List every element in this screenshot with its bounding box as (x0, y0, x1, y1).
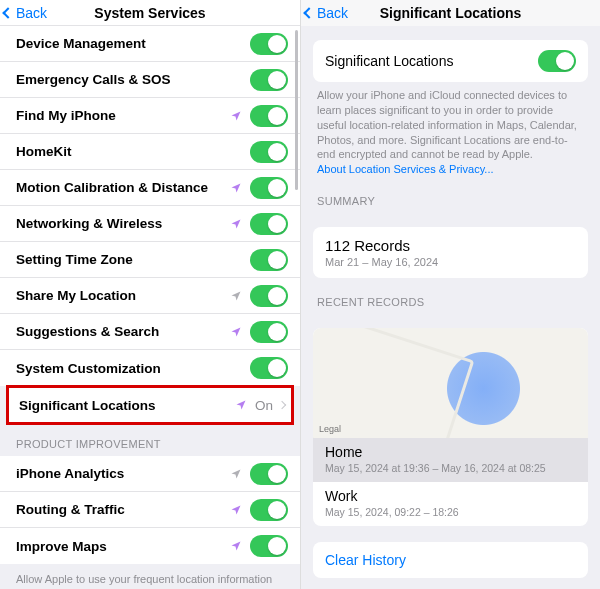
services-group: Device ManagementEmergency Calls & SOSFi… (0, 26, 300, 386)
chevron-left-icon (2, 7, 13, 18)
toggle[interactable] (250, 285, 288, 307)
service-row: Setting Time Zone (0, 242, 300, 278)
navbar-left: Back System Services (0, 0, 300, 26)
service-row: Networking & Wireless (0, 206, 300, 242)
map-preview[interactable]: Legal (313, 328, 588, 438)
summary-range: Mar 21 – May 16, 2024 (325, 254, 576, 268)
chevron-right-icon (278, 401, 286, 409)
service-row: Emergency Calls & SOS (0, 62, 300, 98)
scrollbar[interactable] (295, 30, 298, 190)
record-row[interactable]: HomeMay 15, 2024 at 19:36 – May 16, 2024… (313, 438, 588, 482)
summary-value: 112 Records (325, 237, 576, 254)
location-icon (230, 326, 242, 338)
location-icon (230, 182, 242, 194)
back-label: Back (16, 5, 47, 21)
service-row: Routing & Traffic (0, 492, 300, 528)
toggle[interactable] (250, 463, 288, 485)
recent-section: Legal HomeMay 15, 2024 at 19:36 – May 16… (313, 328, 588, 526)
toggle[interactable] (250, 499, 288, 521)
summary-cell: 112 Records Mar 21 – May 16, 2024 (313, 227, 588, 278)
row-label: Routing & Traffic (16, 502, 230, 517)
footnote-text: Allow Apple to use your frequent locatio… (16, 573, 272, 589)
improve-maps-footnote: Allow Apple to use your frequent locatio… (0, 564, 300, 589)
toggle[interactable] (250, 357, 288, 379)
service-row: Motion Calibration & Distance (0, 170, 300, 206)
left-scroll[interactable]: Device ManagementEmergency Calls & SOSFi… (0, 26, 300, 589)
service-row: Find My iPhone (0, 98, 300, 134)
service-row: HomeKit (0, 134, 300, 170)
row-label: Find My iPhone (16, 108, 230, 123)
summary-header: SUMMARY (301, 177, 600, 213)
row-label: Device Management (16, 36, 250, 51)
significant-locations-toggle[interactable] (538, 50, 576, 72)
toggle-label: Significant Locations (325, 53, 538, 69)
back-button[interactable]: Back (0, 5, 47, 21)
service-row: Suggestions & Search (0, 314, 300, 350)
navbar-right: Back Significant Locations (301, 0, 600, 26)
back-button[interactable]: Back (301, 5, 348, 21)
row-label: Setting Time Zone (16, 252, 250, 267)
toggle[interactable] (250, 69, 288, 91)
record-subtitle: May 15, 2024, 09:22 – 18:26 (325, 504, 576, 518)
location-icon (230, 290, 242, 302)
service-row: Improve Maps (0, 528, 300, 564)
significant-locations-row[interactable]: Significant Locations On (9, 388, 291, 422)
clear-history-button[interactable]: Clear History (313, 542, 588, 578)
clear-history-label: Clear History (325, 552, 406, 568)
significant-locations-highlight: Significant Locations On (6, 385, 294, 425)
toggle-section: Significant Locations (313, 40, 588, 82)
location-icon (230, 468, 242, 480)
location-privacy-link[interactable]: About Location Services & Privacy... (317, 163, 494, 175)
toggle[interactable] (250, 105, 288, 127)
row-label: Share My Location (16, 288, 230, 303)
record-subtitle: May 15, 2024 at 19:36 – May 16, 2024 at … (325, 460, 576, 474)
row-label: HomeKit (16, 144, 250, 159)
row-label: Suggestions & Search (16, 324, 230, 339)
row-label: Significant Locations (19, 398, 235, 413)
row-value: On (255, 398, 273, 413)
service-row: Device Management (0, 26, 300, 62)
toggle[interactable] (250, 321, 288, 343)
toggle[interactable] (250, 33, 288, 55)
recent-header: RECENT RECORDS (301, 278, 600, 314)
records-list: HomeMay 15, 2024 at 19:36 – May 16, 2024… (313, 438, 588, 526)
toggle[interactable] (250, 141, 288, 163)
location-icon (230, 540, 242, 552)
toggle[interactable] (250, 535, 288, 557)
description-text: Allow your iPhone and iCloud connected d… (317, 89, 577, 160)
toggle[interactable] (250, 213, 288, 235)
significant-locations-pane: Back Significant Locations Significant L… (300, 0, 600, 589)
back-label: Back (317, 5, 348, 21)
section-header-improvement: PRODUCT IMPROVEMENT (0, 424, 300, 456)
toggle[interactable] (250, 249, 288, 271)
description: Allow your iPhone and iCloud connected d… (301, 82, 600, 177)
record-title: Work (325, 488, 576, 504)
service-row: iPhone Analytics (0, 456, 300, 492)
location-icon (230, 110, 242, 122)
row-label: Motion Calibration & Distance (16, 180, 230, 195)
location-icon (230, 504, 242, 516)
summary-section[interactable]: 112 Records Mar 21 – May 16, 2024 (313, 227, 588, 278)
service-row: Share My Location (0, 278, 300, 314)
significant-locations-toggle-row: Significant Locations (313, 40, 588, 82)
record-row[interactable]: WorkMay 15, 2024, 09:22 – 18:26 (313, 482, 588, 526)
row-label: Networking & Wireless (16, 216, 230, 231)
location-icon (230, 218, 242, 230)
chevron-left-icon (303, 7, 314, 18)
clear-section: Clear History (313, 542, 588, 578)
right-scroll[interactable]: Significant Locations Allow your iPhone … (301, 26, 600, 589)
row-label: iPhone Analytics (16, 466, 230, 481)
record-title: Home (325, 444, 576, 460)
service-row: System Customization (0, 350, 300, 386)
row-label: Improve Maps (16, 539, 230, 554)
system-services-pane: Back System Services Device ManagementEm… (0, 0, 300, 589)
improvement-group: iPhone AnalyticsRouting & TrafficImprove… (0, 456, 300, 564)
map-legal-link[interactable]: Legal (319, 424, 341, 434)
row-label: System Customization (16, 361, 250, 376)
toggle[interactable] (250, 177, 288, 199)
location-icon (235, 399, 247, 411)
row-label: Emergency Calls & SOS (16, 72, 250, 87)
